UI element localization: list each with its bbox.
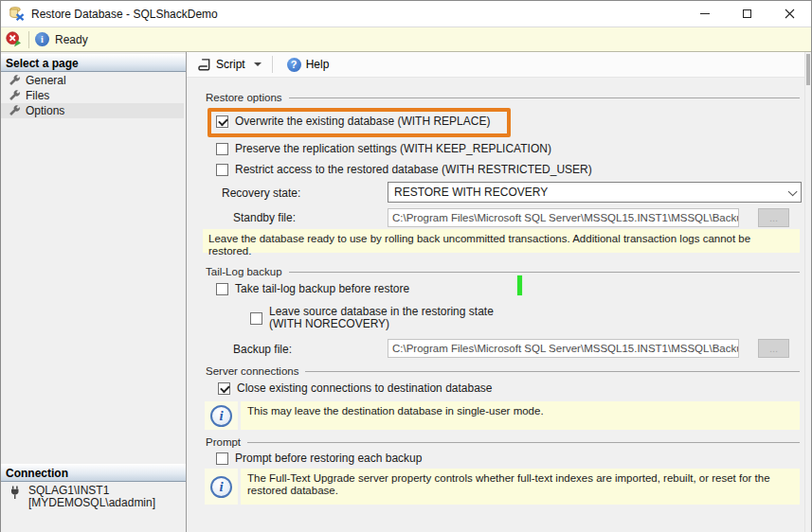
take-tail-log-label: Take tail-log backup before restore <box>235 282 409 295</box>
help-label: Help <box>306 58 330 71</box>
close-icon <box>785 9 795 19</box>
sidebar-item-label: Options <box>26 104 64 117</box>
standby-file-input[interactable]: C:\Program Files\Microsoft SQL Server\MS… <box>388 208 739 227</box>
take-tail-log-checkbox[interactable] <box>216 283 228 295</box>
info-icon: i <box>210 476 232 498</box>
preserve-replication-label: Preserve the replication settings (WITH … <box>235 142 551 155</box>
page-toolbar: Script ? Help <box>187 52 811 78</box>
green-caret-marker <box>517 275 522 295</box>
script-icon <box>197 58 211 72</box>
group-title: Tail-Log backup <box>206 266 282 277</box>
help-icon: ? <box>287 58 301 72</box>
close-connections-checkbox[interactable] <box>218 382 230 395</box>
ready-info-icon: i <box>35 32 49 46</box>
chevron-down-icon <box>254 62 262 66</box>
recovery-state-dropdown[interactable]: RESTORE WITH RECOVERY <box>388 182 802 203</box>
prompt-before-restore-checkbox[interactable] <box>216 452 228 465</box>
status-strip: i Ready <box>1 27 811 52</box>
backup-file-browse-button[interactable]: ... <box>758 339 789 358</box>
maximize-icon <box>743 9 751 18</box>
wrench-icon <box>9 75 21 87</box>
restore-options-group-header: Restore options <box>206 92 800 103</box>
sidebar-item-general[interactable]: General <box>1 73 184 88</box>
full-text-note-row: i The Full-Text Upgrade server property … <box>205 469 800 505</box>
group-title: Restore options <box>206 92 282 103</box>
title-bar: Restore Database - SQLShackDemo <box>1 1 811 27</box>
group-line <box>305 371 800 372</box>
prompt-before-restore-label: Prompt before restoring each backup <box>235 452 422 465</box>
stop-error-icon <box>6 31 22 47</box>
group-title: Prompt <box>206 436 241 448</box>
connection-user: [MYDEMOSQL\adadmin] <box>28 497 155 509</box>
sidebar-item-label: General <box>26 74 66 87</box>
minimize-icon <box>700 13 710 14</box>
prompt-before-restore-checkbox-row[interactable]: Prompt before restoring each backup <box>216 452 422 465</box>
sidebar-item-options[interactable]: Options <box>1 103 184 118</box>
window-controls <box>683 1 811 27</box>
script-label: Script <box>216 58 245 71</box>
prompt-group-header: Prompt <box>206 436 800 448</box>
single-user-note-row: i This may leave the destination databas… <box>205 401 800 430</box>
group-line <box>247 442 800 443</box>
overwrite-checkbox[interactable] <box>216 115 228 128</box>
close-connections-checkbox-row[interactable]: Close existing connections to destinatio… <box>218 381 493 395</box>
take-tail-log-checkbox-row[interactable]: Take tail-log backup before restore <box>216 282 409 295</box>
wrench-icon <box>9 90 21 102</box>
server-connections-group-header: Server connections <box>206 365 800 377</box>
backup-file-label: Backup file: <box>233 343 292 356</box>
restore-database-icon <box>9 6 25 22</box>
restrict-access-checkbox-row[interactable]: Restrict access to the restored database… <box>216 163 592 176</box>
backup-file-input[interactable]: C:\Program Files\Microsoft SQL Server\MS… <box>388 339 739 358</box>
select-a-page-header: Select a page <box>1 54 186 72</box>
info-icon: i <box>210 405 232 427</box>
sidebar: Select a page General Files Options Conn… <box>1 52 187 532</box>
scrollbar-thumb[interactable] <box>806 54 810 85</box>
toolbar-separator <box>28 31 29 48</box>
close-button[interactable] <box>768 1 811 27</box>
preserve-replication-checkbox-row[interactable]: Preserve the replication settings (WITH … <box>216 142 551 155</box>
minimize-button[interactable] <box>683 1 726 27</box>
dialog-body: Select a page General Files Options Conn… <box>1 52 811 532</box>
chevron-down-icon <box>788 186 798 196</box>
full-text-note: The Full-Text Upgrade server property co… <box>241 469 800 505</box>
close-connections-label: Close existing connections to destinatio… <box>237 381 493 395</box>
overwrite-label: Overwrite the existing database (WITH RE… <box>235 115 490 128</box>
wrench-icon <box>9 105 21 117</box>
sidebar-item-files[interactable]: Files <box>1 88 184 103</box>
overwrite-checkbox-row[interactable]: Overwrite the existing database (WITH RE… <box>216 115 490 128</box>
standby-file-browse-button[interactable]: ... <box>758 208 789 227</box>
window-title: Restore Database - SQLShackDemo <box>31 8 218 21</box>
connection-info: SQLAG1\INST1 [MYDEMOSQL\adadmin] <box>9 485 155 509</box>
connection-header: Connection <box>1 464 186 482</box>
info-icon-cell: i <box>205 469 238 505</box>
vertical-scrollbar[interactable] <box>804 52 811 532</box>
standby-file-label: Standby file: <box>233 211 296 224</box>
group-title: Server connections <box>206 365 298 377</box>
restrict-access-label: Restrict access to the restored database… <box>235 163 592 176</box>
maximize-button[interactable] <box>726 1 768 27</box>
group-line <box>289 98 800 98</box>
restrict-access-checkbox[interactable] <box>216 164 228 176</box>
leave-source-label-line2: (WITH NORECOVERY) <box>269 318 494 330</box>
connection-plug-icon <box>9 486 23 500</box>
tail-log-group-header: Tail-Log backup <box>206 266 800 277</box>
preserve-replication-checkbox[interactable] <box>216 143 228 155</box>
toolbar-separator <box>272 56 273 73</box>
help-button[interactable]: ? Help <box>280 54 336 75</box>
status-text: Ready <box>55 33 88 46</box>
group-line <box>289 272 800 273</box>
leave-source-checkbox-row[interactable]: Leave source database in the restoring s… <box>250 306 494 330</box>
info-icon-cell: i <box>205 401 238 430</box>
restore-database-dialog: Restore Database - SQLShackDemo i Ready … <box>0 0 812 532</box>
script-button[interactable]: Script <box>190 54 268 75</box>
recovery-state-label: Recovery state: <box>222 186 300 200</box>
single-user-note: This may leave the destination database … <box>241 401 800 430</box>
recovery-note: Leave the database ready to use by rolli… <box>203 229 800 253</box>
options-page: Script ? Help Restore options Overwrite … <box>187 52 811 532</box>
leave-source-checkbox[interactable] <box>250 312 262 325</box>
sidebar-item-label: Files <box>26 89 49 102</box>
recovery-state-value: RESTORE WITH RECOVERY <box>394 186 548 199</box>
